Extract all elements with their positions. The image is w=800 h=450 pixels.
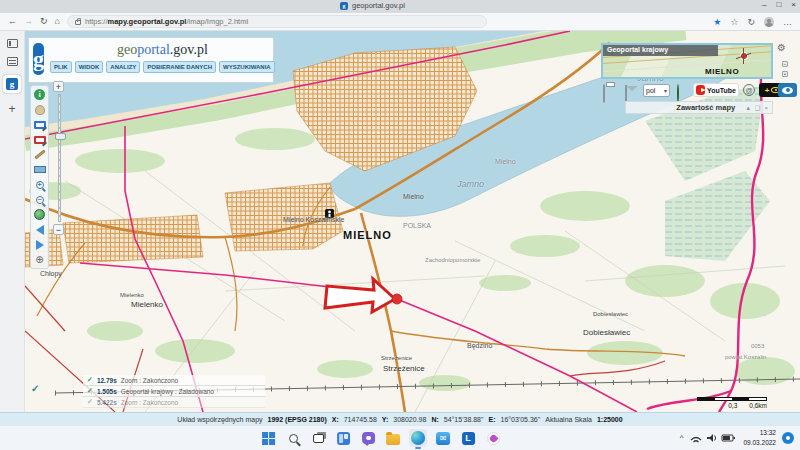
village-label: Dobiesławiec xyxy=(583,328,630,337)
battery-icon xyxy=(722,435,735,441)
new-tab-button[interactable]: + xyxy=(8,102,15,116)
language-select[interactable]: pol▾ xyxy=(643,84,670,97)
accessibility-declaration-button[interactable]: @ xyxy=(743,84,755,96)
window-icon[interactable]: ❑ xyxy=(755,104,760,111)
zoom-out-button[interactable]: − xyxy=(53,224,64,235)
address-bar[interactable]: https://mapy.geoportal.gov.pl/imap/Imgp_… xyxy=(67,15,487,28)
zoom-in-button[interactable]: + xyxy=(53,81,64,92)
select-rectangle-tool[interactable] xyxy=(33,119,46,130)
back-icon[interactable]: ← xyxy=(8,17,17,26)
tray-system-icons[interactable] xyxy=(689,431,737,445)
gear-icon[interactable]: ⚙ xyxy=(777,42,786,53)
measure-tool[interactable] xyxy=(33,164,46,175)
taskbar-clock[interactable]: 13:32 09.03.2022 xyxy=(743,428,776,448)
geoportal-logo[interactable]: g xyxy=(33,43,44,75)
url-text: https://mapy.geoportal.gov.pl/imap/Imgp_… xyxy=(85,17,248,26)
youtube-play-icon xyxy=(696,85,705,95)
lightshot-button[interactable] xyxy=(484,429,502,447)
tray-expand-icon[interactable]: ^ xyxy=(680,433,684,442)
layers-panel-title: Zawartość mapy xyxy=(630,103,741,112)
tab-list-icon[interactable] xyxy=(7,57,18,66)
home-icon[interactable]: ⌂ xyxy=(55,17,60,26)
youtube-button[interactable]: YouTube xyxy=(693,83,739,97)
widgets-button[interactable] xyxy=(334,429,352,447)
overview-map-panel[interactable]: Geoportal krajowy MIELNO xyxy=(601,43,773,79)
check-icon: ✓ xyxy=(87,387,93,395)
taskbar-search[interactable] xyxy=(284,429,302,447)
overview-options-button[interactable]: • xyxy=(782,71,788,77)
collections-icon[interactable]: ☆ xyxy=(730,17,738,27)
next-view-tool[interactable] xyxy=(33,239,46,250)
visibility-button[interactable] xyxy=(778,83,797,97)
overview-map-label: MIELNO xyxy=(705,67,739,76)
browser-tab[interactable]: g geoportal.gov.pl xyxy=(340,1,405,10)
crs-label: Układ współrzędnych mapy xyxy=(177,416,262,423)
lock-icon xyxy=(75,20,81,25)
layers-panel-header[interactable]: Zawartość mapy ▲ ❑ × xyxy=(625,101,773,114)
minimize-button[interactable]: – xyxy=(762,0,766,9)
tab-title: geoportal.gov.pl xyxy=(352,1,405,10)
favorite-star-icon[interactable]: ★ xyxy=(713,17,721,27)
task-view-button[interactable] xyxy=(309,429,327,447)
zoom-slider-handle[interactable] xyxy=(55,133,66,140)
notification-badge[interactable] xyxy=(782,432,794,444)
menu-widok[interactable]: WIDOK xyxy=(75,61,104,73)
taskbar-date: 09.03.2022 xyxy=(743,438,776,448)
x-coordinate: 714745.58 xyxy=(344,416,377,423)
village-label: Mielenko xyxy=(120,292,144,298)
village-label: Strzeżenice xyxy=(383,364,425,373)
overview-collapse-button[interactable]: – xyxy=(782,61,788,67)
history-icon[interactable]: ↻ xyxy=(747,17,755,27)
maximize-button[interactable]: □ xyxy=(776,0,781,9)
mail-button[interactable]: ✉ xyxy=(434,429,452,447)
menu-plik[interactable]: PLIK xyxy=(50,61,72,73)
geoportal-menu: PLIK WIDOK ANALIZY POBIERANIE DANYCH WYS… xyxy=(50,61,275,73)
previous-view-tool[interactable] xyxy=(33,224,46,235)
close-panel-icon[interactable]: × xyxy=(764,105,768,111)
pin-icon[interactable]: ▲ xyxy=(745,105,751,111)
map-viewport[interactable]: Mielno Jamno Mielno Mielno Koszalińskie … xyxy=(25,31,800,412)
browser-toolbar: ← → ↻ ⌂ https://mapy.geoportal.gov.pl/im… xyxy=(0,13,800,31)
zoom-out-tool[interactable]: − xyxy=(33,194,46,205)
vertical-tabs-toggle-icon[interactable] xyxy=(7,39,18,48)
map-label: Mielno Koszalińskie xyxy=(283,216,344,223)
forward-icon[interactable]: → xyxy=(24,17,33,26)
globe-icon xyxy=(34,209,45,220)
profile-avatar[interactable] xyxy=(764,17,774,27)
l-app-button[interactable]: L xyxy=(459,429,477,447)
file-explorer-button[interactable] xyxy=(384,429,402,447)
vertical-tabs-strip: g + xyxy=(0,31,25,412)
menu-pobieranie-danych[interactable]: POBIERANIE DANYCH xyxy=(143,61,216,73)
status-messages: ✓ 12.79s Zoom : Zakończono ✓ 1.505s Geop… xyxy=(83,375,265,408)
task-view-icon xyxy=(313,434,324,443)
y-coordinate: 308020.98 xyxy=(393,416,426,423)
menu-ellipsis-icon[interactable]: … xyxy=(783,17,792,27)
draw-rectangle-tool[interactable] xyxy=(33,134,46,145)
taskbar-time: 13:32 xyxy=(743,428,776,438)
close-button[interactable]: × xyxy=(791,0,796,9)
scale-mid-label: 0,3 xyxy=(728,402,737,409)
draw-tool[interactable] xyxy=(33,149,46,160)
longitude: 16°03'05.36" xyxy=(501,416,541,423)
chat-button[interactable] xyxy=(359,429,377,447)
status-message-row: ✓ 1.505s Geoportal krajowy : Załadowano xyxy=(83,386,265,397)
info-icon: i xyxy=(34,89,45,100)
active-tab-item[interactable]: g xyxy=(3,75,21,93)
windows-taskbar: ✉ L ^ 13:32 09 xyxy=(0,425,800,450)
parcel-label: 0053 xyxy=(751,343,764,349)
menu-wyszukiwania[interactable]: WYSZUKIWANIA xyxy=(219,61,275,73)
start-button[interactable] xyxy=(259,429,277,447)
identify-tool[interactable]: i xyxy=(33,89,46,100)
zoom-slider-track[interactable] xyxy=(58,94,61,222)
pan-tool[interactable] xyxy=(33,104,46,115)
refresh-icon[interactable]: ↻ xyxy=(40,17,48,26)
full-extent-tool[interactable] xyxy=(33,209,46,220)
zoom-in-tool[interactable]: + xyxy=(33,179,46,190)
edge-button[interactable] xyxy=(409,429,427,447)
print-button[interactable] xyxy=(603,85,605,103)
lightshot-icon xyxy=(487,432,500,445)
geoportal-header: g geoportal.gov.pl PLIK WIDOK ANALIZY PO… xyxy=(28,37,274,83)
menu-analizy[interactable]: ANALIZY xyxy=(106,61,140,73)
center-tool[interactable]: ⊕ xyxy=(33,254,46,265)
windows-logo-icon xyxy=(262,432,275,445)
